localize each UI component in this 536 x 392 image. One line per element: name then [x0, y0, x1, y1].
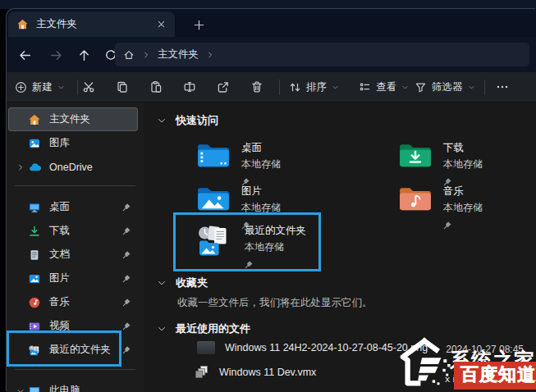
file-row-png[interactable]: Windows 11 24H2-2024-10-27-08-45-20.png [197, 339, 428, 357]
file-row-vmx[interactable]: Windows 11 Dev.vmx [195, 363, 316, 381]
tile-subtitle: 本地存储 [241, 201, 281, 215]
sidebar-item-downloads[interactable]: 下载 [8, 219, 138, 243]
chevron-right-icon[interactable] [142, 51, 150, 59]
recent-folders-icon [196, 224, 234, 257]
sidebar-item-pictures[interactable]: 图片 [8, 267, 138, 290]
gallery-icon [28, 137, 41, 150]
toolbar-separator [77, 80, 78, 95]
sidebar-item-label: 最近的文件夹 [49, 343, 111, 357]
tile-subtitle: 本地存储 [241, 157, 281, 171]
up-button[interactable] [72, 43, 95, 66]
delete-button[interactable] [247, 77, 267, 97]
music-icon [28, 296, 41, 309]
sidebar-item-label: 图片 [49, 271, 70, 285]
collapse-chevron-icon[interactable] [157, 324, 167, 334]
toolbar-separator [484, 80, 485, 95]
sort-button[interactable]: 排序 [289, 72, 339, 102]
file-explorer-window: 主文件夹 主文件夹 [7, 9, 536, 392]
sidebar-item-music[interactable]: 音乐 [8, 290, 138, 314]
collapse-chevron-icon[interactable] [157, 278, 167, 288]
pin-icon [122, 226, 131, 235]
home-icon [16, 18, 29, 30]
collapse-chevron-icon[interactable] [157, 116, 167, 125]
section-title: 快速访问 [176, 113, 218, 128]
sidebar-item-documents[interactable]: 文档 [8, 243, 138, 267]
file-name: Windows 11 Dev.vmx [219, 367, 316, 378]
tile-downloads[interactable]: 下载 本地存储 [398, 141, 483, 189]
delete-icon [250, 80, 263, 93]
back-icon [18, 48, 32, 62]
sort-label: 排序 [306, 80, 327, 94]
sidebar-item-desktop[interactable]: 桌面 [8, 195, 138, 219]
more-icon [496, 80, 509, 93]
share-icon [217, 80, 230, 93]
forward-icon [49, 48, 63, 62]
pin-icon [122, 274, 131, 283]
back-button[interactable] [13, 43, 36, 66]
tile-music[interactable]: 音乐 本地存储 [398, 185, 483, 233]
sidebar-item-label: OneDrive [49, 162, 93, 173]
tab-bar: 主文件夹 [7, 9, 536, 37]
command-toolbar: 新建 排序 [7, 72, 536, 103]
more-options-button[interactable] [492, 77, 512, 97]
breadcrumb[interactable]: 主文件夹 [158, 48, 199, 62]
sidebar-item-this-pc[interactable]: 此电脑 [8, 379, 138, 392]
desktop-icon [28, 201, 41, 214]
favorites-empty-message: 收藏一些文件后，我们将在此处显示它们。 [177, 296, 373, 310]
tile-title: 最近的文件夹 [245, 224, 306, 238]
tile-title: 下载 [443, 141, 483, 155]
cut-button[interactable] [79, 77, 98, 97]
address-bar[interactable]: 主文件夹 [115, 43, 529, 66]
sidebar-item-label: 下载 [49, 224, 70, 238]
rename-button[interactable] [180, 77, 199, 97]
paste-button[interactable] [146, 77, 166, 97]
tile-subtitle: 本地存储 [245, 240, 306, 254]
chevron-down-icon [401, 84, 409, 91]
pin-icon [122, 345, 131, 354]
sidebar-item-recent-folders[interactable]: 最近的文件夹 [8, 338, 138, 362]
copy-icon [116, 80, 129, 93]
chevron-right-icon[interactable] [206, 51, 214, 59]
downloads-folder-icon [398, 141, 433, 169]
sidebar-item-label: 图库 [49, 136, 70, 150]
rename-icon [183, 80, 196, 93]
copy-button[interactable] [112, 77, 132, 97]
tab-close-icon[interactable] [156, 19, 167, 30]
filter-button[interactable]: 筛选器 [415, 72, 475, 102]
filter-label: 筛选器 [432, 80, 463, 94]
sidebar-item-label: 文档 [49, 248, 70, 262]
sidebar-item-videos[interactable]: 视频 [8, 314, 138, 338]
sidebar-divider [15, 185, 135, 186]
section-quick-access: 快速访问 [157, 113, 218, 128]
sidebar-item-gallery[interactable]: 图库 [8, 131, 138, 155]
sidebar-item-onedrive[interactable]: OneDrive [8, 155, 138, 179]
sidebar-item-label: 视频 [49, 319, 70, 333]
toolbar-separator [279, 80, 280, 95]
share-button[interactable] [213, 77, 233, 97]
videos-icon [28, 320, 41, 333]
pin-icon [122, 321, 131, 330]
expand-chevron-icon[interactable] [13, 387, 28, 392]
filter-icon [415, 81, 427, 93]
sidebar-item-label: 音乐 [49, 295, 70, 309]
sidebar-item-label: 主文件夹 [49, 112, 90, 126]
tab-home[interactable]: 主文件夹 [8, 11, 175, 37]
new-plus-icon [15, 81, 27, 93]
tile-title: 图片 [241, 185, 281, 198]
chevron-down-icon [468, 84, 475, 91]
new-button[interactable]: 新建 [15, 72, 65, 102]
section-recent-files: 最近使用的文件 [157, 321, 250, 336]
tile-desktop[interactable]: 桌面 本地存储 [196, 141, 281, 189]
new-tab-button[interactable] [188, 14, 209, 35]
tile-recent-folders[interactable]: 最近的文件夹 本地存储 [196, 224, 306, 272]
sidebar-item-home[interactable]: 主文件夹 [8, 107, 138, 131]
pin-icon [245, 260, 254, 269]
pin-icon [122, 203, 131, 212]
pictures-folder-icon [196, 185, 231, 212]
forward-button[interactable] [44, 43, 67, 66]
image-thumbnail [197, 341, 215, 354]
pin-icon [443, 221, 452, 230]
expand-chevron-icon[interactable] [13, 163, 28, 171]
view-button[interactable]: 查看 [359, 72, 409, 102]
pin-icon [122, 250, 131, 259]
